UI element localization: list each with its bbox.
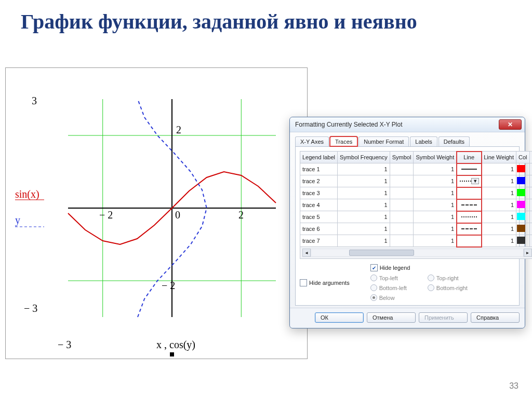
cell-color-swatch[interactable]	[516, 163, 530, 175]
cell-color-swatch[interactable]	[516, 211, 530, 223]
table-row[interactable]: trace 6111	[300, 223, 533, 235]
cell-color-swatch[interactable]	[516, 223, 530, 235]
cell-symbol-weight[interactable]: 1	[414, 187, 457, 199]
cell-line-weight[interactable]: 1	[482, 223, 516, 235]
close-button[interactable]: ✕	[499, 119, 522, 130]
tab-defaults[interactable]: Defaults	[438, 136, 470, 146]
col-symbol-weight[interactable]: Symbol Weight	[414, 152, 457, 163]
cell-symbol-weight[interactable]: 1	[414, 175, 457, 187]
vscroll-cell[interactable]	[529, 187, 532, 199]
scroll-left-icon[interactable]: ◄	[302, 249, 311, 257]
resize-handle-icon	[170, 352, 174, 356]
tab-xy-axes[interactable]: X-Y Axes	[295, 136, 329, 146]
scroll-track[interactable]	[311, 249, 524, 257]
vscroll-spacer	[529, 152, 532, 163]
apply-button[interactable]: Применить	[419, 312, 468, 323]
cell-symbol-freq[interactable]: 1	[338, 163, 390, 175]
cell-symbol[interactable]	[390, 211, 414, 223]
cell-symbol-freq[interactable]: 1	[338, 175, 390, 187]
legend-y: y	[15, 214, 20, 226]
radio-top-left: Top-left	[370, 275, 407, 281]
vscroll-cell[interactable]	[529, 163, 532, 175]
cell-symbol-weight[interactable]: 1	[414, 235, 457, 247]
cancel-button[interactable]: Отмена	[367, 312, 416, 323]
cell-symbol[interactable]	[390, 199, 414, 211]
vscroll-cell[interactable]	[529, 235, 532, 247]
table-row[interactable]: trace 3111	[300, 187, 533, 199]
tab-labels[interactable]: Labels	[410, 136, 437, 146]
cell-legend-label[interactable]: trace 3	[300, 187, 338, 199]
cell-symbol-weight[interactable]: 1	[414, 211, 457, 223]
table-row[interactable]: trace 211▼1	[300, 175, 533, 187]
page-title: График функции, заданной явно и неявно	[21, 10, 417, 33]
cell-symbol[interactable]	[390, 223, 414, 235]
vscroll-cell[interactable]	[529, 199, 532, 211]
cell-symbol[interactable]	[390, 187, 414, 199]
cell-legend-label[interactable]: trace 5	[300, 211, 338, 223]
svg-text:2: 2	[238, 209, 244, 221]
cell-line-style[interactable]: ▼	[457, 175, 482, 187]
table-row[interactable]: trace 1111	[300, 163, 533, 175]
hide-arguments-checkbox[interactable]: Hide arguments	[300, 264, 350, 301]
vscroll-cell[interactable]	[529, 175, 532, 187]
cell-line-style[interactable]	[457, 199, 482, 211]
cell-line-style[interactable]	[457, 187, 482, 199]
col-symbol-frequency[interactable]: Symbol Frequency	[338, 152, 390, 163]
scroll-right-icon[interactable]: ►	[524, 249, 532, 257]
xy-plot[interactable]: − 2 0 2 2 − 2 3 − 3 − 3 x , cos(y) sin(x…	[5, 67, 308, 359]
dialog-button-row: ОК Отмена Применить Справка	[290, 308, 525, 328]
cell-color-swatch[interactable]	[516, 235, 530, 247]
checkbox-box-checked: ✔	[370, 264, 378, 271]
vscroll-cell[interactable]	[529, 211, 532, 223]
cell-legend-label[interactable]: trace 7	[300, 235, 338, 247]
cell-symbol-freq[interactable]: 1	[338, 187, 390, 199]
cell-line-weight[interactable]: 1	[482, 235, 516, 247]
hide-legend-checkbox[interactable]: ✔ Hide legend	[370, 264, 468, 271]
cell-legend-label[interactable]: trace 4	[300, 199, 338, 211]
cell-symbol-weight[interactable]: 1	[414, 199, 457, 211]
tab-number-format[interactable]: Number Format	[358, 136, 409, 146]
cell-symbol-freq[interactable]: 1	[338, 211, 390, 223]
cell-line-weight[interactable]: 1	[482, 187, 516, 199]
cell-symbol-freq[interactable]: 1	[338, 235, 390, 247]
cell-color-swatch[interactable]	[516, 175, 530, 187]
cell-line-style[interactable]	[457, 235, 482, 247]
cell-symbol-freq[interactable]: 1	[338, 223, 390, 235]
cell-symbol[interactable]	[390, 163, 414, 175]
cell-legend-label[interactable]: trace 1	[300, 163, 338, 175]
cell-legend-label[interactable]: trace 6	[300, 223, 338, 235]
help-button[interactable]: Справка	[471, 312, 520, 323]
cell-line-style[interactable]	[457, 211, 482, 223]
x-axis-label: x , cos(y)	[156, 339, 195, 351]
plot-svg: − 2 0 2 2 − 2 3 − 3 − 3 x , cos(y) sin(x…	[6, 68, 307, 359]
col-symbol[interactable]: Symbol	[390, 152, 414, 163]
cell-symbol-weight[interactable]: 1	[414, 163, 457, 175]
cell-symbol-weight[interactable]: 1	[414, 223, 457, 235]
col-color[interactable]: Col	[516, 152, 530, 163]
cell-line-weight[interactable]: 1	[482, 211, 516, 223]
vscroll-cell[interactable]	[529, 223, 532, 235]
cell-line-weight[interactable]: 1	[482, 199, 516, 211]
cell-color-swatch[interactable]	[516, 187, 530, 199]
table-hscrollbar[interactable]: ◄ ►	[300, 247, 533, 259]
table-row[interactable]: trace 4111	[300, 199, 533, 211]
page-number: 33	[509, 381, 518, 391]
dialog-titlebar[interactable]: Formatting Currently Selected X-Y Plot ✕	[290, 117, 525, 132]
table-row[interactable]: trace 5111	[300, 211, 533, 223]
ok-button[interactable]: ОК	[315, 312, 364, 323]
cell-color-swatch[interactable]	[516, 199, 530, 211]
col-line[interactable]: Line	[457, 152, 482, 163]
cell-symbol[interactable]	[390, 175, 414, 187]
cell-symbol[interactable]	[390, 235, 414, 247]
x-min-label: − 3	[58, 339, 71, 350]
cell-line-weight[interactable]: 1	[482, 163, 516, 175]
col-legend-label[interactable]: Legend label	[300, 152, 338, 163]
cell-line-weight[interactable]: 1	[482, 175, 516, 187]
cell-line-style[interactable]	[457, 223, 482, 235]
col-line-weight[interactable]: Line Weight	[482, 152, 516, 163]
table-row[interactable]: trace 7111	[300, 235, 533, 247]
cell-line-style[interactable]	[457, 163, 482, 175]
cell-legend-label[interactable]: trace 2	[300, 175, 338, 187]
tab-traces[interactable]: Traces	[330, 136, 357, 146]
cell-symbol-freq[interactable]: 1	[338, 199, 390, 211]
